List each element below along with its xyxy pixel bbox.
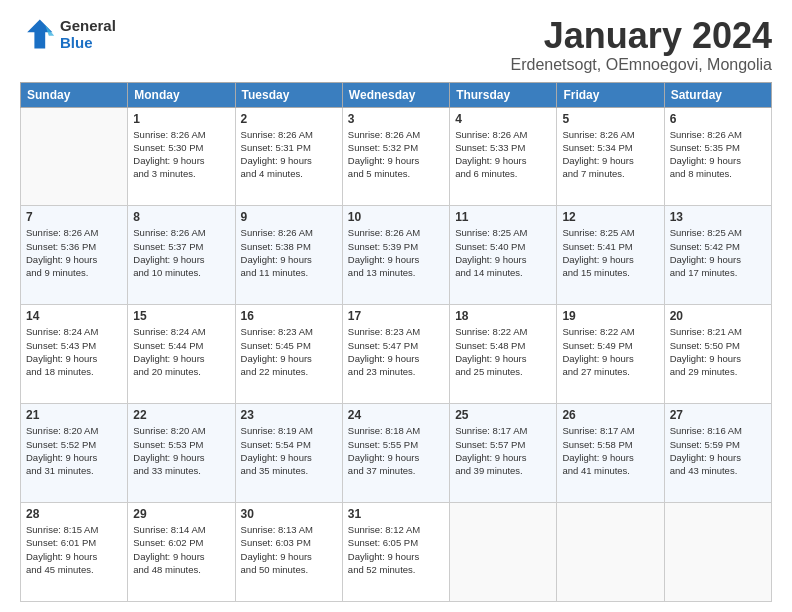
day-cell: [664, 503, 771, 602]
day-info: Sunrise: 8:24 AM Sunset: 5:43 PM Dayligh…: [26, 325, 122, 378]
day-info: Sunrise: 8:19 AM Sunset: 5:54 PM Dayligh…: [241, 424, 337, 477]
subtitle: Erdenetsogt, OEmnoegovi, Mongolia: [511, 56, 772, 74]
day-number: 11: [455, 210, 551, 224]
day-info: Sunrise: 8:14 AM Sunset: 6:02 PM Dayligh…: [133, 523, 229, 576]
day-cell: 26Sunrise: 8:17 AM Sunset: 5:58 PM Dayli…: [557, 404, 664, 503]
logo: General Blue: [20, 16, 116, 52]
day-number: 20: [670, 309, 766, 323]
day-cell: 28Sunrise: 8:15 AM Sunset: 6:01 PM Dayli…: [21, 503, 128, 602]
day-info: Sunrise: 8:26 AM Sunset: 5:37 PM Dayligh…: [133, 226, 229, 279]
day-info: Sunrise: 8:26 AM Sunset: 5:36 PM Dayligh…: [26, 226, 122, 279]
day-number: 27: [670, 408, 766, 422]
day-cell: 19Sunrise: 8:22 AM Sunset: 5:49 PM Dayli…: [557, 305, 664, 404]
day-cell: 12Sunrise: 8:25 AM Sunset: 5:41 PM Dayli…: [557, 206, 664, 305]
day-info: Sunrise: 8:23 AM Sunset: 5:47 PM Dayligh…: [348, 325, 444, 378]
day-info: Sunrise: 8:26 AM Sunset: 5:39 PM Dayligh…: [348, 226, 444, 279]
day-cell: 20Sunrise: 8:21 AM Sunset: 5:50 PM Dayli…: [664, 305, 771, 404]
week-row-4: 21Sunrise: 8:20 AM Sunset: 5:52 PM Dayli…: [21, 404, 772, 503]
day-cell: 22Sunrise: 8:20 AM Sunset: 5:53 PM Dayli…: [128, 404, 235, 503]
day-info: Sunrise: 8:12 AM Sunset: 6:05 PM Dayligh…: [348, 523, 444, 576]
day-number: 30: [241, 507, 337, 521]
day-info: Sunrise: 8:13 AM Sunset: 6:03 PM Dayligh…: [241, 523, 337, 576]
day-info: Sunrise: 8:23 AM Sunset: 5:45 PM Dayligh…: [241, 325, 337, 378]
title-block: January 2024 Erdenetsogt, OEmnoegovi, Mo…: [511, 16, 772, 74]
day-cell: 21Sunrise: 8:20 AM Sunset: 5:52 PM Dayli…: [21, 404, 128, 503]
day-info: Sunrise: 8:15 AM Sunset: 6:01 PM Dayligh…: [26, 523, 122, 576]
day-info: Sunrise: 8:22 AM Sunset: 5:49 PM Dayligh…: [562, 325, 658, 378]
day-number: 13: [670, 210, 766, 224]
day-cell: 6Sunrise: 8:26 AM Sunset: 5:35 PM Daylig…: [664, 107, 771, 206]
day-cell: 9Sunrise: 8:26 AM Sunset: 5:38 PM Daylig…: [235, 206, 342, 305]
day-cell: 5Sunrise: 8:26 AM Sunset: 5:34 PM Daylig…: [557, 107, 664, 206]
day-number: 5: [562, 112, 658, 126]
day-cell: 18Sunrise: 8:22 AM Sunset: 5:48 PM Dayli…: [450, 305, 557, 404]
day-cell: [450, 503, 557, 602]
day-cell: 1Sunrise: 8:26 AM Sunset: 5:30 PM Daylig…: [128, 107, 235, 206]
day-number: 7: [26, 210, 122, 224]
day-number: 24: [348, 408, 444, 422]
day-number: 25: [455, 408, 551, 422]
day-cell: 3Sunrise: 8:26 AM Sunset: 5:32 PM Daylig…: [342, 107, 449, 206]
day-cell: 10Sunrise: 8:26 AM Sunset: 5:39 PM Dayli…: [342, 206, 449, 305]
week-row-3: 14Sunrise: 8:24 AM Sunset: 5:43 PM Dayli…: [21, 305, 772, 404]
day-number: 8: [133, 210, 229, 224]
day-info: Sunrise: 8:25 AM Sunset: 5:42 PM Dayligh…: [670, 226, 766, 279]
day-cell: 15Sunrise: 8:24 AM Sunset: 5:44 PM Dayli…: [128, 305, 235, 404]
col-wednesday: Wednesday: [342, 82, 449, 107]
week-row-2: 7Sunrise: 8:26 AM Sunset: 5:36 PM Daylig…: [21, 206, 772, 305]
day-cell: [21, 107, 128, 206]
logo-text: General Blue: [60, 17, 116, 51]
day-cell: 16Sunrise: 8:23 AM Sunset: 5:45 PM Dayli…: [235, 305, 342, 404]
day-cell: [557, 503, 664, 602]
day-cell: 7Sunrise: 8:26 AM Sunset: 5:36 PM Daylig…: [21, 206, 128, 305]
day-number: 10: [348, 210, 444, 224]
day-number: 28: [26, 507, 122, 521]
col-friday: Friday: [557, 82, 664, 107]
day-number: 1: [133, 112, 229, 126]
day-info: Sunrise: 8:26 AM Sunset: 5:30 PM Dayligh…: [133, 128, 229, 181]
header: General Blue January 2024 Erdenetsogt, O…: [20, 16, 772, 74]
day-number: 12: [562, 210, 658, 224]
page: General Blue January 2024 Erdenetsogt, O…: [0, 0, 792, 612]
day-info: Sunrise: 8:20 AM Sunset: 5:52 PM Dayligh…: [26, 424, 122, 477]
day-cell: 4Sunrise: 8:26 AM Sunset: 5:33 PM Daylig…: [450, 107, 557, 206]
day-number: 19: [562, 309, 658, 323]
day-info: Sunrise: 8:26 AM Sunset: 5:31 PM Dayligh…: [241, 128, 337, 181]
day-cell: 11Sunrise: 8:25 AM Sunset: 5:40 PM Dayli…: [450, 206, 557, 305]
day-info: Sunrise: 8:26 AM Sunset: 5:34 PM Dayligh…: [562, 128, 658, 181]
day-number: 9: [241, 210, 337, 224]
col-tuesday: Tuesday: [235, 82, 342, 107]
day-cell: 13Sunrise: 8:25 AM Sunset: 5:42 PM Dayli…: [664, 206, 771, 305]
calendar-table: Sunday Monday Tuesday Wednesday Thursday…: [20, 82, 772, 602]
day-number: 23: [241, 408, 337, 422]
day-number: 2: [241, 112, 337, 126]
day-info: Sunrise: 8:22 AM Sunset: 5:48 PM Dayligh…: [455, 325, 551, 378]
day-number: 15: [133, 309, 229, 323]
day-cell: 14Sunrise: 8:24 AM Sunset: 5:43 PM Dayli…: [21, 305, 128, 404]
day-number: 16: [241, 309, 337, 323]
day-cell: 30Sunrise: 8:13 AM Sunset: 6:03 PM Dayli…: [235, 503, 342, 602]
day-number: 3: [348, 112, 444, 126]
day-cell: 31Sunrise: 8:12 AM Sunset: 6:05 PM Dayli…: [342, 503, 449, 602]
day-number: 22: [133, 408, 229, 422]
day-number: 4: [455, 112, 551, 126]
day-info: Sunrise: 8:26 AM Sunset: 5:33 PM Dayligh…: [455, 128, 551, 181]
day-number: 26: [562, 408, 658, 422]
day-info: Sunrise: 8:24 AM Sunset: 5:44 PM Dayligh…: [133, 325, 229, 378]
day-info: Sunrise: 8:20 AM Sunset: 5:53 PM Dayligh…: [133, 424, 229, 477]
day-cell: 8Sunrise: 8:26 AM Sunset: 5:37 PM Daylig…: [128, 206, 235, 305]
col-sunday: Sunday: [21, 82, 128, 107]
col-monday: Monday: [128, 82, 235, 107]
logo-icon: [20, 16, 56, 52]
week-row-5: 28Sunrise: 8:15 AM Sunset: 6:01 PM Dayli…: [21, 503, 772, 602]
day-info: Sunrise: 8:18 AM Sunset: 5:55 PM Dayligh…: [348, 424, 444, 477]
day-info: Sunrise: 8:26 AM Sunset: 5:38 PM Dayligh…: [241, 226, 337, 279]
col-saturday: Saturday: [664, 82, 771, 107]
day-number: 18: [455, 309, 551, 323]
day-number: 31: [348, 507, 444, 521]
day-cell: 29Sunrise: 8:14 AM Sunset: 6:02 PM Dayli…: [128, 503, 235, 602]
day-number: 6: [670, 112, 766, 126]
day-cell: 2Sunrise: 8:26 AM Sunset: 5:31 PM Daylig…: [235, 107, 342, 206]
day-cell: 24Sunrise: 8:18 AM Sunset: 5:55 PM Dayli…: [342, 404, 449, 503]
day-info: Sunrise: 8:17 AM Sunset: 5:58 PM Dayligh…: [562, 424, 658, 477]
